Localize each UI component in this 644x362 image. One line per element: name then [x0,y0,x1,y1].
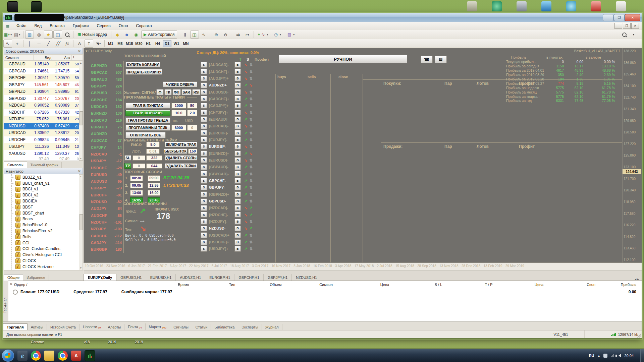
experts-button[interactable]: ☻ [122,31,131,39]
market-watch-row[interactable]: NZDUSD 0.67408 0.67429 21 [4,123,79,130]
tp-button[interactable]: TP [124,163,131,169]
navigator-item[interactable]: ƒ BBSF_chart [4,210,79,216]
buy-pair-button[interactable]: B [234,82,241,88]
navigator-item[interactable]: ƒ CLOCK [4,258,79,264]
tray-app-icon[interactable] [603,354,607,358]
restore-button[interactable]: ❐ [614,14,625,21]
enable-trail-button[interactable]: ВКЛЮЧИТЬ ТРАЛ [165,142,197,147]
report-button[interactable]: ▤ [435,56,447,63]
periods-menu[interactable]: ◷▾ [271,31,284,39]
chart-symbol-label[interactable]: ▾ EURJPY,Daily [86,49,112,53]
timeframe-button[interactable]: M15 [125,40,134,47]
condition-toggle-button[interactable]: ФП [172,89,181,95]
arrows-tool[interactable]: ◥▾ [94,40,103,48]
sl-field-1[interactable]: 0 [132,155,145,161]
sell-pair-button[interactable]: S [201,144,207,149]
navigator-item[interactable]: ƒ BBCI_v1 [4,186,79,192]
crosshair-tool[interactable]: + [13,40,21,48]
condition-toggle-button[interactable]: ТК [164,89,172,95]
sell-pair-button[interactable]: S [201,69,207,74]
line-chart-button[interactable]: ∿ [200,31,208,39]
terminal-column-header[interactable]: Ордер / [8,283,158,287]
autoscroll-toggle[interactable]: ⇉ [234,31,243,39]
buy-pair-button[interactable]: B [234,69,241,74]
market-watch-row[interactable]: GBPCHF 1.30511 1.30570 59 [4,74,79,81]
taskbar-chrome2-icon[interactable] [58,351,68,361]
terminal-close-icon[interactable]: ✕ [10,282,12,286]
zoom-out-button[interactable]: ⊖ [221,31,230,39]
timeframe-button[interactable]: D1 [163,40,171,47]
terminal-tab[interactable]: Сигналы [170,324,192,330]
buy-pair-button[interactable]: B [234,212,241,218]
terminal-column-header[interactable]: Объем [256,283,296,287]
trail-counter-trend-button[interactable]: ТРАЛ ПРОТИВ ТРЕНДА [125,117,170,123]
trail-percent-button[interactable]: ТРАЛ: 10.0%/2.0% [125,110,170,116]
tray-expand-icon[interactable]: ▲ [598,354,600,357]
buy-pair-button[interactable]: B [234,110,241,115]
terminal-column-header[interactable]: Время [158,283,209,287]
start-button[interactable] [2,350,14,362]
buy-basket-button[interactable]: КУПИТЬ КОРЗИНУ [125,62,160,67]
sell-pair-button[interactable]: S [201,150,207,156]
navigator-item[interactable]: ƒ BBSF [4,204,79,210]
terminal-tab[interactable]: Эксперты [238,324,262,330]
chart-menu-icon[interactable]: ▦ [3,22,12,30]
market-watch-row[interactable]: XAUUSD 1290.12 1290.37 25 [4,150,79,157]
profiles-button[interactable]: ▤▾ [13,31,21,39]
buy-pair-button[interactable]: B [234,239,241,245]
buy-pair-button[interactable]: B [234,116,241,122]
navigator-item[interactable]: ƒ Bears [4,216,79,222]
autotrade-button[interactable]: ▶Авто-торговля [141,31,177,39]
terminal-column-header[interactable]: S / L [413,283,464,287]
terminal-tab[interactable]: История Счета [47,324,79,330]
buy-pair-button[interactable]: B [234,226,241,231]
zoom-in-button[interactable]: ⊕ [212,31,221,39]
terminal-tab[interactable]: Журнал [262,324,282,330]
chart-tab[interactable]: GBPCHF,H1 [234,274,264,281]
navigator-scrollbar[interactable]: ▲▼ [79,174,83,270]
menu-item[interactable]: Справка [132,22,156,29]
market-watch-row[interactable]: NZDCHF 0.67286 0.67328 42 [4,109,79,116]
taskbar-app-icon[interactable]: A [71,351,81,361]
trail-percent-field-2[interactable]: 2.0 [187,110,197,116]
market-watch-tab[interactable]: Символы [4,162,27,168]
program-take-field-1[interactable]: 6000 [171,125,186,131]
terminal-column-header[interactable]: Цена [356,283,413,287]
taskbar-folder-icon[interactable] [44,351,54,361]
desktop-icon[interactable] [517,1,527,11]
timeframe-button[interactable]: H4 [153,40,162,47]
lot-field[interactable]: 0.01 [146,148,160,154]
sell-pair-button[interactable]: S [201,239,207,245]
condition-toggle-button[interactable]: SAR [181,89,192,95]
terminal-tab[interactable]: Библиотека [211,324,238,330]
manual-mode-button[interactable]: РУЧНОЙ [279,55,407,63]
vertical-line-tool[interactable]: │ [25,40,34,48]
indicators-menu[interactable]: +∿▾ [256,31,271,39]
text-tool[interactable]: A [75,40,84,48]
buy-pair-button[interactable]: B [234,185,241,190]
taskbar-ie-icon[interactable]: e [17,351,28,361]
clock[interactable]: 20:04 [624,354,634,358]
templates-menu[interactable]: ▨▾ [285,31,298,39]
child-close-button[interactable]: ✕ [631,23,639,29]
phone-trading-button[interactable]: ☎ [421,56,433,63]
buy-pair-button[interactable]: B [234,75,241,81]
navigator-item[interactable]: ƒ CCI_CustomCandles [4,246,79,252]
market-watch-row[interactable]: GBPJPY 145.561 145.607 46 [4,81,79,88]
volume-icon[interactable] [617,354,621,357]
sl-button[interactable]: SL [124,155,131,161]
market-watch-row[interactable]: USDCAD 1.33592 1.33612 20 [4,129,79,136]
chart-tab[interactable]: EURUSD,H1 [146,274,176,281]
cursor-tool[interactable]: ↖ [3,40,12,48]
buy-pair-button[interactable]: B [234,123,241,129]
sell-pair-button[interactable]: S [201,62,207,68]
resize-grip[interactable] [637,334,641,338]
sell-pair-button[interactable]: S [201,110,207,115]
navigator-item[interactable]: ƒ BB3ZZ_v1 [4,174,79,180]
sell-pair-button[interactable]: S [201,96,207,102]
menu-item[interactable]: Сервис [93,22,115,29]
market-watch-row[interactable]: GBPNZD 1.93904 1.93995 91 [4,88,79,95]
desktop-icon[interactable] [492,1,502,11]
strategy-tester-toggle[interactable] [63,31,71,39]
buy-pair-button[interactable]: B [234,144,241,149]
